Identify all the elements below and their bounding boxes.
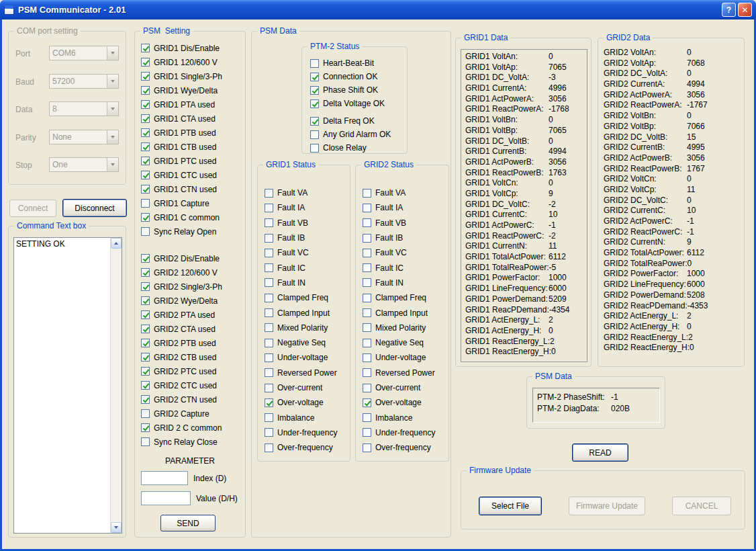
checkbox-row[interactable]: Delta Freq OK: [310, 114, 391, 128]
checkbox[interactable]: [141, 423, 150, 432]
checkbox[interactable]: [310, 86, 319, 95]
checkbox-row[interactable]: Delta Voltage OK: [310, 97, 391, 110]
checkbox[interactable]: [363, 428, 371, 437]
checkbox[interactable]: [141, 44, 150, 52]
checkbox[interactable]: [141, 142, 150, 151]
checkbox-row[interactable]: Close Relay: [310, 141, 391, 155]
checkbox[interactable]: [363, 323, 371, 332]
checkbox[interactable]: [265, 443, 273, 452]
checkbox-row[interactable]: Under-frequency: [265, 425, 337, 440]
checkbox-row[interactable]: Clamped Input: [363, 305, 435, 320]
checkbox[interactable]: [363, 368, 371, 377]
checkbox-row[interactable]: Under-voltage: [363, 350, 435, 365]
read-button[interactable]: READ: [572, 443, 628, 462]
checkbox[interactable]: [363, 413, 371, 422]
checkbox[interactable]: [265, 308, 273, 317]
value-input[interactable]: [141, 491, 191, 505]
checkbox[interactable]: [265, 189, 273, 198]
checkbox[interactable]: [141, 72, 150, 81]
checkbox-row[interactable]: GRID2 PTA used: [141, 308, 222, 322]
help-button[interactable]: ?: [722, 3, 736, 17]
com-setting-combobox[interactable]: None: [49, 130, 119, 144]
checkbox[interactable]: [265, 278, 273, 287]
checkbox-row[interactable]: GRID2 120/600 V: [141, 265, 222, 280]
checkbox-row[interactable]: Fault IA: [363, 200, 435, 215]
checkbox-row[interactable]: Under-frequency: [363, 425, 435, 440]
checkbox[interactable]: [363, 308, 371, 317]
chevron-down-icon[interactable]: [107, 75, 118, 88]
checkbox[interactable]: [141, 86, 150, 95]
checkbox[interactable]: [141, 58, 150, 67]
checkbox-row[interactable]: Reversed Power: [265, 366, 337, 380]
checkbox-row[interactable]: Reversed Power: [363, 366, 435, 380]
checkbox[interactable]: [141, 227, 150, 236]
checkbox[interactable]: [363, 294, 371, 302]
checkbox-row[interactable]: Over-frequency: [363, 440, 435, 455]
checkbox[interactable]: [141, 128, 150, 137]
checkbox[interactable]: [265, 204, 273, 212]
checkbox-row[interactable]: Clamped Input: [265, 305, 337, 320]
checkbox-row[interactable]: GRID2 CTB used: [141, 350, 222, 364]
chevron-down-icon[interactable]: [107, 130, 118, 144]
index-input[interactable]: [141, 471, 188, 485]
checkbox[interactable]: [141, 353, 150, 362]
checkbox-row[interactable]: GRID1 CTN used: [141, 182, 222, 196]
checkbox-row[interactable]: Fault IA: [265, 200, 337, 215]
checkbox-row[interactable]: GRID1 Single/3-Ph: [141, 69, 222, 83]
checkbox-row[interactable]: GRID2 CTA used: [141, 322, 222, 336]
checkbox-row[interactable]: Over-current: [363, 380, 435, 395]
checkbox-row[interactable]: Connection OK: [310, 70, 391, 83]
checkbox-row[interactable]: GRID2 CTN used: [141, 392, 222, 407]
checkbox[interactable]: [363, 263, 371, 272]
checkbox[interactable]: [141, 171, 150, 179]
checkbox-row[interactable]: Negative Seq: [363, 335, 435, 350]
checkbox[interactable]: [310, 117, 319, 126]
disconnect-button[interactable]: Disconnect: [62, 199, 127, 217]
cancel-button[interactable]: CANCEL: [672, 497, 731, 515]
checkbox[interactable]: [141, 282, 150, 291]
chevron-down-icon[interactable]: [107, 158, 118, 171]
checkbox-row[interactable]: GRID2 PTC used: [141, 364, 222, 378]
checkbox-row[interactable]: Over-current: [265, 380, 337, 395]
scroll-up-button[interactable]: [111, 238, 122, 249]
checkbox[interactable]: [310, 130, 319, 139]
checkbox[interactable]: [265, 263, 273, 272]
checkbox[interactable]: [141, 157, 150, 165]
checkbox[interactable]: [363, 339, 371, 347]
checkbox[interactable]: [363, 249, 371, 257]
checkbox[interactable]: [363, 189, 371, 198]
checkbox[interactable]: [265, 234, 273, 243]
checkbox[interactable]: [141, 185, 150, 194]
checkbox-row[interactable]: GRID1 PTA used: [141, 97, 222, 112]
checkbox-row[interactable]: Mixed Polarity: [265, 321, 337, 335]
checkbox[interactable]: [363, 234, 371, 243]
chevron-down-icon[interactable]: [107, 46, 118, 60]
checkbox-row[interactable]: Over-voltage: [265, 395, 337, 410]
checkbox[interactable]: [141, 310, 150, 319]
checkbox-row[interactable]: Clamped Freq: [265, 290, 337, 305]
checkbox[interactable]: [363, 278, 371, 287]
checkbox-row[interactable]: Fault IB: [363, 230, 435, 245]
checkbox-row[interactable]: GRID 2 C common: [141, 421, 222, 435]
titlebar[interactable]: PSM Communicator - 2.01 ? ✕: [0, 0, 756, 19]
com-setting-combobox[interactable]: 57200: [49, 74, 119, 89]
checkbox-row[interactable]: GRID1 C common: [141, 210, 222, 224]
checkbox-row[interactable]: Negative Seq: [265, 335, 337, 350]
checkbox-row[interactable]: Fault IN: [265, 276, 337, 290]
checkbox[interactable]: [265, 398, 273, 407]
checkbox[interactable]: [141, 339, 150, 347]
checkbox[interactable]: [310, 144, 319, 153]
checkbox-row[interactable]: Fault IC: [265, 260, 337, 275]
checkbox[interactable]: [141, 100, 150, 109]
checkbox-row[interactable]: Imbalance: [363, 410, 435, 425]
checkbox[interactable]: [363, 443, 371, 452]
checkbox-row[interactable]: GRID2 Wye/Delta: [141, 294, 222, 308]
checkbox-row[interactable]: Fault VB: [363, 216, 435, 230]
checkbox[interactable]: [310, 73, 319, 81]
checkbox-row[interactable]: Clamped Freq: [363, 290, 435, 305]
firmware-update-button[interactable]: Firmware Update: [569, 497, 645, 515]
checkbox-row[interactable]: Sync Relay Close: [141, 435, 222, 449]
checkbox[interactable]: [141, 199, 150, 208]
com-setting-combobox[interactable]: COM6: [49, 46, 119, 60]
checkbox-row[interactable]: Phase Shift OK: [310, 83, 391, 97]
